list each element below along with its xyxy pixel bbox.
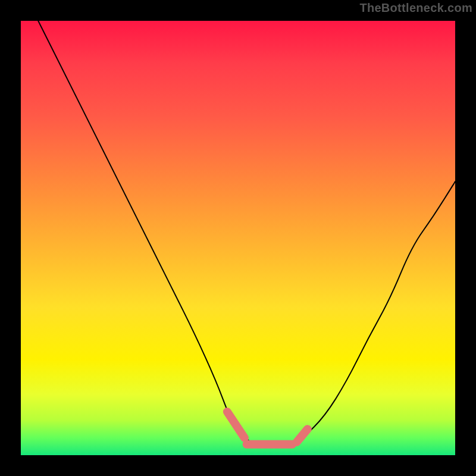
- plot-area: [21, 21, 455, 455]
- curve-bottleneck-curve: [38, 21, 455, 446]
- chart-stage: TheBottleneck.com: [0, 0, 476, 476]
- marker-valley-left-edge: [227, 412, 245, 438]
- bottleneck-chart: [21, 21, 455, 455]
- marker-valley-right-edge: [297, 429, 308, 442]
- watermark-text: TheBottleneck.com: [359, 1, 472, 15]
